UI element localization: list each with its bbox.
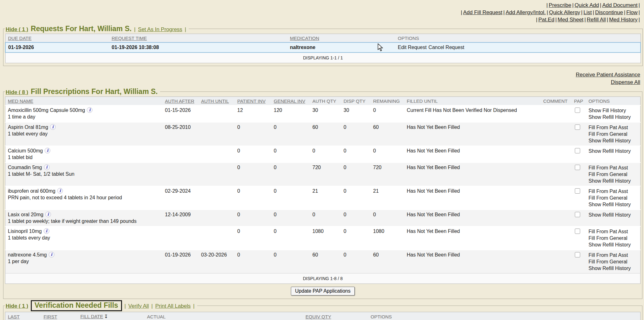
info-icon[interactable]: i [45, 148, 50, 153]
option-link[interactable]: Fill From General [589, 195, 638, 201]
pap-checkbox[interactable] [575, 148, 580, 153]
col-request-time[interactable]: REQUEST TIME [109, 34, 287, 43]
hide-fill-link[interactable]: Hide ( 8 ) [6, 89, 28, 96]
cancel-request-link[interactable]: Cancel Request [429, 45, 464, 50]
info-icon[interactable]: i [50, 124, 56, 130]
info-icon[interactable]: i [57, 188, 63, 194]
toolbar-link-flow[interactable]: Flow [626, 9, 638, 15]
toolbar-link-quick-add[interactable]: Quick Add [575, 2, 599, 8]
pap-checkbox[interactable] [575, 124, 580, 130]
separator: | [461, 9, 462, 15]
update-pap-applications-button[interactable]: Update PAP Applications [291, 287, 354, 295]
toolbar-link-med-sheet[interactable]: Med Sheet [558, 17, 583, 23]
col-patient-inv[interactable]: PATIENT INV [235, 97, 271, 106]
edit-request-link[interactable]: Edit Request [398, 45, 427, 50]
option-link[interactable]: Show Refill History [589, 241, 638, 248]
option-link[interactable]: Show Refill History [589, 201, 638, 208]
option-link[interactable]: Fill From Pat Asst [589, 252, 638, 258]
toolbar-link-pat-ed[interactable]: Pat.Ed [538, 17, 554, 23]
col-fill-options: OPTIONS [586, 97, 641, 106]
toolbar-link-list[interactable]: List [584, 9, 592, 15]
hide-verification-link[interactable]: Hide ( 1 ) [6, 303, 28, 309]
general-inv-cell: 120 [271, 105, 310, 122]
option-link[interactable]: Show Refill History [589, 114, 638, 120]
col-med-name[interactable]: MED NAME [5, 97, 163, 106]
separator: | [607, 17, 608, 23]
options-cell: Fill From Pat AsstFill From GeneralShow … [586, 226, 641, 250]
med-row: Lasix oral 20mgi1 tablet po weekly; take… [5, 210, 641, 226]
pap-checkbox[interactable] [575, 108, 580, 113]
options-cell: Show Refill History [586, 210, 641, 226]
toolbar-link-quick-allergy[interactable]: Quick Allergy [549, 9, 580, 15]
verify-all-link[interactable]: Verify All [128, 303, 149, 309]
set-as-in-progress-link[interactable]: Set As In Progress [138, 26, 182, 33]
info-icon[interactable]: i [44, 228, 49, 234]
med-row: Lisinopril 10mgi1 tablets every day 0 0 … [5, 226, 641, 250]
print-all-labels-link[interactable]: Print All Labels [155, 303, 191, 309]
med-row: naltrexone 4.5mgi1 per day 01-19-2026 03… [5, 250, 641, 273]
toolbar-link-add-allergy-intol[interactable]: Add Allergy/Intol. [506, 9, 546, 15]
pap-cell [572, 186, 586, 210]
option-link[interactable]: Fill From Pat Asst [589, 124, 638, 131]
option-link[interactable]: Show Refill History [589, 265, 638, 272]
option-link[interactable]: Fill From General [589, 258, 638, 265]
hide-requests-link[interactable]: Hide ( 1 ) [6, 26, 28, 33]
pap-checkbox[interactable] [575, 212, 580, 217]
separator: | [581, 9, 582, 15]
remaining-cell: 0 [371, 146, 404, 163]
col-auth-until[interactable]: AUTH UNTIL [199, 97, 235, 106]
toolbar-link-discontinue[interactable]: Discontinue [595, 9, 623, 15]
separator: | [547, 9, 548, 15]
pap-checkbox[interactable] [575, 252, 580, 257]
auth-after-cell: 02-29-2024 [163, 186, 199, 210]
col-equiv-qty[interactable]: EQUIV QTY [303, 312, 368, 320]
toolbar-link-add-fill-request[interactable]: Add Fill Request [463, 9, 502, 15]
requests-displaying: DISPLAYING 1-1 / 1 [5, 52, 641, 63]
info-icon[interactable]: i [87, 107, 92, 113]
col-last[interactable]: LAST [5, 312, 41, 320]
option-link[interactable]: Fill From Pat Asst [589, 164, 638, 171]
info-icon[interactable]: i [44, 164, 50, 170]
option-link[interactable]: Fill From General [589, 131, 638, 137]
general-inv-cell: 0 [271, 186, 310, 210]
toolbar-link-add-document[interactable]: Add Document [602, 2, 637, 8]
option-link[interactable]: Fill From Pat Asst [589, 228, 638, 235]
toolbar-link-prescribe[interactable]: Prescribe [549, 2, 571, 8]
col-auth-after[interactable]: AUTH AFTER [163, 97, 199, 106]
requests-header-row: DUE DATE REQUEST TIME MEDICATION OPTIONS [5, 34, 641, 43]
med-name: Coumadin 5mg [8, 165, 42, 170]
col-fill-date[interactable]: FILL DATE↧ [78, 312, 145, 320]
requests-section: Hide ( 1 ) Requests For Hart, William S.… [3, 25, 643, 66]
option-link[interactable]: Fill From General [589, 171, 638, 178]
separator: | [572, 2, 574, 8]
option-link[interactable]: Show Refill History [589, 148, 638, 154]
pap-checkbox[interactable] [575, 165, 580, 170]
auth-after-cell [163, 146, 199, 163]
separator: | [555, 17, 557, 23]
receive-patient-assistance-link[interactable]: Receive Patient Assistance [576, 71, 640, 79]
auth-until-cell [199, 186, 235, 210]
option-link[interactable]: Show Refill History [589, 137, 638, 144]
col-medication[interactable]: MEDICATION [287, 34, 395, 43]
option-link[interactable]: Show Fill History [589, 107, 638, 114]
dispense-all-link[interactable]: Dispense All [611, 79, 640, 86]
toolbar-link-refill-all[interactable]: Refill All [587, 17, 606, 23]
pap-checkbox[interactable] [575, 229, 580, 234]
auth-after-cell: 08-25-2010 [163, 122, 199, 146]
med-sig: 1 tablet every day [8, 131, 160, 137]
col-due-date[interactable]: DUE DATE [5, 34, 109, 43]
pap-checkbox[interactable] [575, 188, 580, 194]
med-name-cell: Lisinopril 10mgi1 tablets every day [5, 226, 163, 250]
verification-legend: Hide ( 1 ) Verification Needed Fills | V… [5, 300, 197, 311]
info-icon[interactable]: i [45, 212, 51, 217]
option-link[interactable]: Show Refill History [589, 178, 638, 184]
option-link[interactable]: Fill From Pat Asst [589, 188, 638, 195]
col-general-inv[interactable]: GENERAL INV [271, 97, 310, 106]
info-icon[interactable]: i [49, 252, 54, 257]
request-row[interactable]: 01-19-2026 01-19-2026 10:38:08 naltrexon… [5, 42, 641, 52]
option-link[interactable]: Show Refill History [589, 212, 638, 218]
col-first[interactable]: FIRST [41, 312, 78, 320]
med-row: Calcium 500mgi1 tablet bid 0 0 0 0 0 Has… [5, 146, 641, 163]
toolbar-link-med-history[interactable]: Med History [609, 17, 638, 23]
option-link[interactable]: Fill From General [589, 235, 638, 241]
